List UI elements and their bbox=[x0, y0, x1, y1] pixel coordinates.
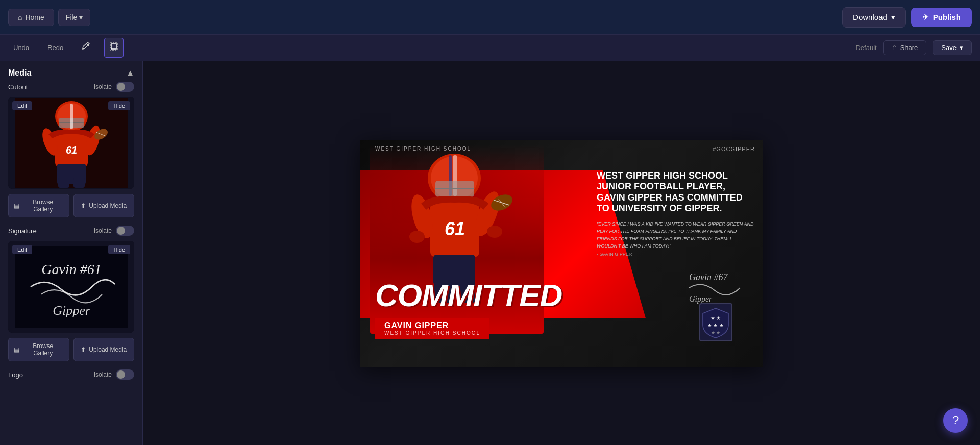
save-label: Save bbox=[941, 44, 957, 52]
share-label: Share bbox=[900, 44, 918, 52]
signature-media-card: Edit Hide Gavin #61 Gipper bbox=[8, 241, 134, 333]
topbar-left: ⌂ Home File ▾ bbox=[8, 9, 836, 26]
canvas-headline: WEST GIPPER HIGH SCHOOL JUNIOR FOOTBALL … bbox=[597, 170, 755, 214]
cutout-upload-label: Upload Media bbox=[89, 202, 127, 209]
svg-rect-8 bbox=[70, 104, 73, 129]
publish-send-icon: ✈ bbox=[922, 13, 929, 22]
sig-browse-gallery-icon: ▤ bbox=[14, 346, 19, 353]
signature-isolate-toggle[interactable] bbox=[116, 226, 134, 236]
publish-label: Publish bbox=[933, 13, 961, 21]
cutout-browse-button[interactable]: ▤ Browse Gallery bbox=[8, 194, 69, 217]
logo-isolate-toggle[interactable] bbox=[116, 369, 134, 380]
committed-text: COMMITTED bbox=[375, 277, 562, 313]
undo-button[interactable]: Undo bbox=[8, 41, 34, 55]
signature-hide-button[interactable]: Hide bbox=[108, 245, 130, 254]
redo-button[interactable]: Redo bbox=[42, 41, 68, 55]
signature-media-inner: Edit Hide Gavin #61 Gipper bbox=[8, 241, 134, 333]
svg-text:★ ★: ★ ★ bbox=[710, 315, 721, 321]
signature-section-header: Signature Isolate bbox=[8, 226, 134, 236]
save-button[interactable]: Save ▾ bbox=[933, 40, 972, 55]
signature-browse-button[interactable]: ▤ Browse Gallery bbox=[8, 338, 69, 361]
home-icon: ⌂ bbox=[18, 13, 22, 21]
canvas-area: WEST GIPPER HIGH SCHOOL #GOCGIPPER bbox=[143, 61, 980, 445]
svg-text:Gipper: Gipper bbox=[689, 294, 713, 304]
svg-text:Gavin #61: Gavin #61 bbox=[41, 261, 101, 277]
canvas-headline-line1: WEST GIPPER HIGH SCHOOL JUNIOR FOOTBALL … bbox=[597, 170, 728, 192]
canvas-player-school: WEST GIPPER HIGH SCHOOL bbox=[384, 330, 480, 336]
default-label: Default bbox=[855, 44, 876, 52]
svg-point-38 bbox=[487, 226, 502, 238]
svg-rect-2 bbox=[111, 44, 116, 49]
file-chevron-icon: ▾ bbox=[79, 13, 83, 21]
canvas-signature: Gavin #67 Gipper bbox=[687, 265, 753, 306]
secondary-toolbar: Undo Redo Default ⇧ Share Save ▾ bbox=[0, 35, 980, 61]
cutout-hide-button[interactable]: Hide bbox=[108, 101, 130, 110]
cutout-section-header: Cutout Isolate bbox=[8, 82, 134, 92]
topbar-right: Download ▾ ✈ Publish bbox=[842, 7, 972, 28]
signature-svg: Gavin #61 Gipper bbox=[15, 246, 128, 328]
sig-upload-media-icon: ⬆ bbox=[81, 346, 86, 353]
signature-edit-button[interactable]: Edit bbox=[12, 245, 32, 254]
draw-icon bbox=[81, 41, 91, 54]
signature-isolate-label: Isolate bbox=[94, 227, 112, 234]
help-button[interactable]: ? bbox=[943, 408, 968, 433]
main-area: Media ▲ Cutout Isolate Edit Hide bbox=[0, 61, 980, 445]
svg-text:61: 61 bbox=[65, 144, 77, 156]
help-icon: ? bbox=[952, 414, 959, 427]
canvas-social-handle: #GOCGIPPER bbox=[713, 146, 755, 152]
svg-rect-17 bbox=[74, 178, 85, 188]
cutout-action-buttons: ▤ Browse Gallery ⬆ Upload Media bbox=[8, 194, 134, 217]
logo-section: Logo Isolate bbox=[0, 369, 142, 393]
cutout-isolate-row: Isolate bbox=[94, 82, 134, 92]
file-label: File bbox=[66, 13, 78, 21]
svg-text:★ ★: ★ ★ bbox=[711, 330, 721, 335]
logo-isolate-row: Isolate bbox=[94, 369, 134, 380]
canvas-quote: "EVER SINCE I WAS A KID I'VE WANTED TO W… bbox=[597, 220, 755, 250]
svg-text:Gipper: Gipper bbox=[53, 303, 91, 318]
canvas-headline-line2: GAVIN GIPPER HAS COMMITTED TO UNIVERSITY… bbox=[597, 192, 743, 214]
sidebar-header: Media ▲ bbox=[0, 61, 142, 82]
publish-button[interactable]: ✈ Publish bbox=[911, 8, 972, 27]
canvas-name-plate: GAVIN GIPPER WEST GIPPER HIGH SCHOOL bbox=[375, 318, 489, 339]
download-chevron-icon: ▾ bbox=[891, 13, 895, 22]
cutout-player-svg: 61 bbox=[15, 98, 128, 188]
topbar: ⌂ Home File ▾ Download ▾ ✈ Publish bbox=[0, 0, 980, 35]
canvas-quote-attr: - GAVIN GIPPER bbox=[597, 252, 755, 257]
redo-label: Redo bbox=[47, 44, 63, 52]
share-button[interactable]: ⇧ Share bbox=[883, 40, 927, 55]
download-button[interactable]: Download ▾ bbox=[842, 7, 906, 28]
upload-media-icon: ⬆ bbox=[81, 202, 86, 209]
save-chevron-icon: ▾ bbox=[960, 44, 963, 52]
logo-isolate-label: Isolate bbox=[94, 371, 112, 378]
svg-text:★ ★ ★: ★ ★ ★ bbox=[707, 323, 724, 328]
signature-isolate-row: Isolate bbox=[94, 226, 134, 236]
file-button[interactable]: File ▾ bbox=[58, 9, 91, 26]
home-button[interactable]: ⌂ Home bbox=[8, 9, 54, 26]
share-icon: ⇧ bbox=[892, 44, 897, 52]
cutout-upload-button[interactable]: ⬆ Upload Media bbox=[74, 194, 135, 217]
svg-rect-16 bbox=[58, 178, 69, 188]
sidebar-collapse-button[interactable]: ▲ bbox=[126, 68, 134, 78]
logo-section-header: Logo Isolate bbox=[8, 369, 134, 380]
canvas-logo: ★ ★ ★ ★ ★ ★ ★ bbox=[699, 303, 732, 341]
sidebar: Media ▲ Cutout Isolate Edit Hide bbox=[0, 61, 143, 445]
cutout-edit-button[interactable]: Edit bbox=[12, 101, 32, 110]
signature-upload-button[interactable]: ⬆ Upload Media bbox=[74, 338, 135, 361]
cutout-isolate-toggle[interactable] bbox=[116, 82, 134, 92]
canvas-player-name: GAVIN GIPPER bbox=[384, 321, 480, 330]
canvas-logo-svg: ★ ★ ★ ★ ★ ★ ★ bbox=[702, 306, 730, 339]
home-label: Home bbox=[25, 13, 44, 21]
canvas-right-block: WEST GIPPER HIGH SCHOOL JUNIOR FOOTBALL … bbox=[597, 170, 755, 257]
design-canvas[interactable]: WEST GIPPER HIGH SCHOOL #GOCGIPPER bbox=[360, 140, 763, 367]
svg-point-37 bbox=[409, 231, 425, 243]
cutout-section: Cutout Isolate Edit Hide bbox=[0, 82, 142, 226]
cutout-isolate-label: Isolate bbox=[94, 83, 112, 90]
crop-tool-button[interactable] bbox=[104, 38, 124, 58]
signature-browse-label: Browse Gallery bbox=[22, 342, 64, 357]
signature-section: Signature Isolate Edit Hide Gavin #61 bbox=[0, 226, 142, 369]
signature-title: Signature bbox=[8, 227, 37, 235]
download-label: Download bbox=[853, 13, 887, 21]
draw-tool-button[interactable] bbox=[77, 38, 96, 58]
cutout-media-card: Edit Hide bbox=[8, 97, 134, 189]
cutout-media-inner: Edit Hide bbox=[8, 97, 134, 189]
